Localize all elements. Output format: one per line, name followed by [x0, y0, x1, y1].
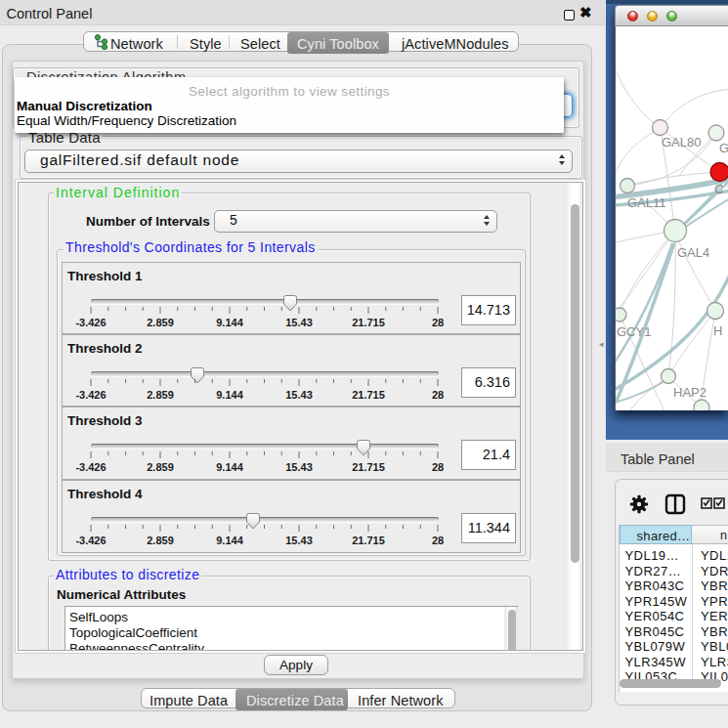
- svg-text:GAL80: GAL80: [662, 135, 701, 150]
- svg-text:HAP2: HAP2: [673, 385, 707, 400]
- svg-text:H: H: [713, 323, 722, 338]
- svg-text:G: G: [719, 141, 728, 155]
- svg-text:GAL4: GAL4: [677, 245, 709, 260]
- svg-text:GCY1: GCY1: [617, 324, 651, 339]
- svg-text:C: C: [714, 182, 723, 196]
- svg-text:GAL11: GAL11: [627, 195, 666, 210]
